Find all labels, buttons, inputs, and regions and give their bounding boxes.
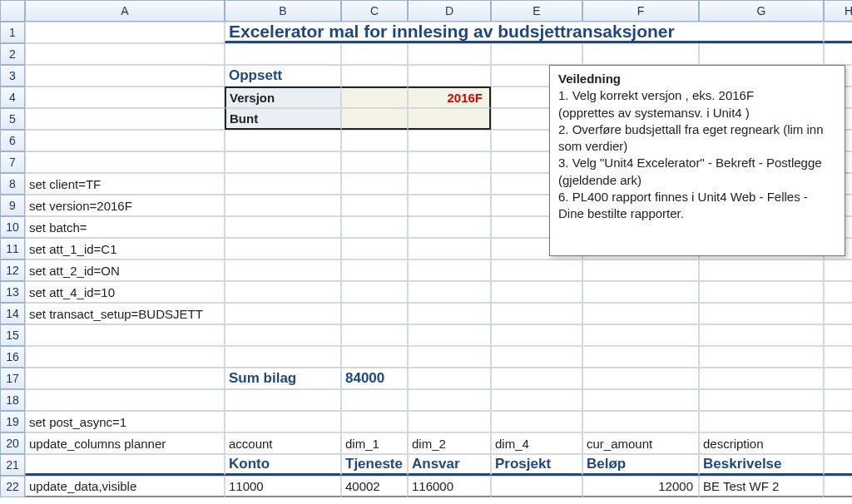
- title-cell[interactable]: Excelerator mal for innlesing av budsjet…: [225, 22, 824, 43]
- cmd-set-att4[interactable]: set att_4_id=10: [25, 281, 225, 303]
- cmd-set-transact[interactable]: set transact_setup=BUDSJETT: [25, 303, 225, 324]
- cmd-set-att2[interactable]: set att_2_id=ON: [25, 259, 225, 281]
- row-header[interactable]: 11: [0, 238, 25, 259]
- row-header[interactable]: 10: [0, 216, 25, 238]
- row-header[interactable]: 7: [0, 151, 25, 173]
- row-header[interactable]: 16: [0, 346, 25, 368]
- cell-E16[interactable]: [491, 346, 582, 368]
- cell-H19[interactable]: [824, 411, 852, 432]
- cell-C2[interactable]: [341, 43, 408, 65]
- data-dim4[interactable]: [491, 476, 582, 497]
- data-dim2[interactable]: 116000: [408, 476, 491, 497]
- row-header[interactable]: 17: [0, 368, 25, 389]
- cell-D3[interactable]: [408, 65, 491, 86]
- cell-G15[interactable]: [699, 324, 824, 346]
- cell-B14[interactable]: [225, 303, 341, 324]
- cell-E15[interactable]: [491, 324, 582, 346]
- row-header[interactable]: 8: [0, 173, 25, 195]
- sum-label[interactable]: Sum bilag: [225, 368, 341, 389]
- row-header[interactable]: 9: [0, 195, 25, 216]
- cmd-set-att1[interactable]: set att_1_id=C1: [25, 238, 225, 259]
- user-header-konto[interactable]: Konto: [225, 454, 341, 476]
- cell-H20[interactable]: [824, 432, 852, 454]
- cell-F17[interactable]: [582, 368, 699, 389]
- cell-G18[interactable]: [699, 389, 824, 411]
- cell-B18[interactable]: [225, 389, 341, 411]
- cell-G17[interactable]: [699, 368, 824, 389]
- cell-D11[interactable]: [408, 238, 491, 259]
- cell-D19[interactable]: [408, 411, 491, 432]
- cell-B7[interactable]: [225, 151, 341, 173]
- corner-cell[interactable]: [0, 0, 25, 22]
- cell-H13[interactable]: [824, 281, 852, 303]
- cell-C8[interactable]: [341, 173, 408, 195]
- cell-A5[interactable]: [25, 108, 225, 130]
- row-header[interactable]: 12: [0, 259, 25, 281]
- cmd-set-client[interactable]: set client=TF: [25, 173, 225, 195]
- cell-A7[interactable]: [25, 151, 225, 173]
- row-header[interactable]: 5: [0, 108, 25, 130]
- cell-A15[interactable]: [25, 324, 225, 346]
- row-header[interactable]: 21: [0, 454, 25, 476]
- cell-F12[interactable]: [582, 259, 699, 281]
- tech-header-dim1[interactable]: dim_1: [341, 432, 408, 454]
- cmd-post-async[interactable]: set post_async=1: [25, 411, 225, 432]
- cell-D2[interactable]: [408, 43, 491, 65]
- cmd-set-batch[interactable]: set batch=: [25, 216, 225, 238]
- cell-D16[interactable]: [408, 346, 491, 368]
- user-header-tjeneste[interactable]: Tjeneste: [341, 454, 408, 476]
- cell-G14[interactable]: [699, 303, 824, 324]
- cell-D6[interactable]: [408, 130, 491, 151]
- tech-header-account[interactable]: account: [225, 432, 341, 454]
- cell-H1[interactable]: [824, 22, 852, 43]
- cell-B2[interactable]: [225, 43, 341, 65]
- batch-value-gap[interactable]: [341, 108, 408, 130]
- col-header-G[interactable]: G: [699, 0, 824, 22]
- row-header[interactable]: 18: [0, 389, 25, 411]
- cmd-update-data[interactable]: update_data,visible: [25, 476, 225, 497]
- cell-C6[interactable]: [341, 130, 408, 151]
- row-header[interactable]: 3: [0, 65, 25, 86]
- row-header[interactable]: 13: [0, 281, 25, 303]
- batch-value[interactable]: [408, 108, 491, 130]
- cell-C14[interactable]: [341, 303, 408, 324]
- cell-F15[interactable]: [582, 324, 699, 346]
- cell-G13[interactable]: [699, 281, 824, 303]
- cell-H2[interactable]: [824, 43, 852, 65]
- cell-A6[interactable]: [25, 130, 225, 151]
- cell-E2[interactable]: [491, 43, 582, 65]
- cell-G12[interactable]: [699, 259, 824, 281]
- cell-B19[interactable]: [225, 411, 341, 432]
- cell-F16[interactable]: [582, 346, 699, 368]
- col-header-E[interactable]: E: [491, 0, 582, 22]
- user-header-belop[interactable]: Beløp: [582, 454, 699, 476]
- cell-B12[interactable]: [225, 259, 341, 281]
- cell-D18[interactable]: [408, 389, 491, 411]
- cell-D12[interactable]: [408, 259, 491, 281]
- cell-A3[interactable]: [25, 65, 225, 86]
- cell-D8[interactable]: [408, 173, 491, 195]
- cell-C19[interactable]: [341, 411, 408, 432]
- user-header-beskrivelse[interactable]: Beskrivelse: [699, 454, 824, 476]
- col-header-B[interactable]: B: [225, 0, 341, 22]
- col-header-A[interactable]: A: [25, 0, 225, 22]
- cell-A17[interactable]: [25, 368, 225, 389]
- cell-H18[interactable]: [824, 389, 852, 411]
- tech-header-description[interactable]: description: [699, 432, 824, 454]
- row-header[interactable]: 4: [0, 86, 25, 108]
- cell-D15[interactable]: [408, 324, 491, 346]
- data-dim1[interactable]: 40002: [341, 476, 408, 497]
- cell-E18[interactable]: [491, 389, 582, 411]
- cell-F19[interactable]: [582, 411, 699, 432]
- cell-H17[interactable]: [824, 368, 852, 389]
- cell-H15[interactable]: [824, 324, 852, 346]
- cell-E13[interactable]: [491, 281, 582, 303]
- cell-E14[interactable]: [491, 303, 582, 324]
- setup-header[interactable]: Oppsett: [225, 65, 341, 86]
- row-header[interactable]: 20: [0, 432, 25, 454]
- row-header[interactable]: 22: [0, 476, 25, 497]
- cell-D10[interactable]: [408, 216, 491, 238]
- row-header[interactable]: 1: [0, 22, 25, 43]
- cell-G16[interactable]: [699, 346, 824, 368]
- row-header[interactable]: 6: [0, 130, 25, 151]
